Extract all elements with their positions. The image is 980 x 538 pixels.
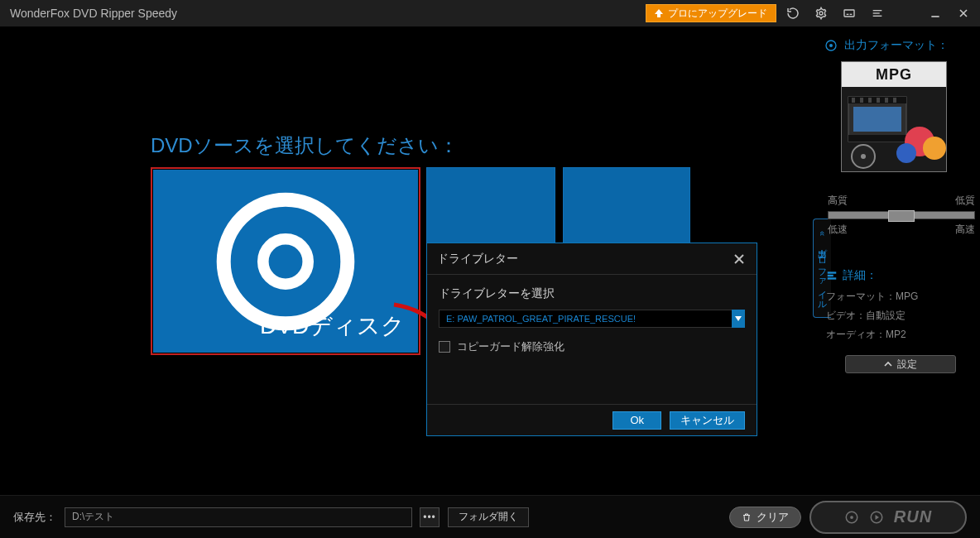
svg-point-36 — [850, 516, 853, 519]
chevron-up-icon — [884, 360, 892, 368]
upgrade-arrow-icon — [655, 9, 663, 17]
svg-rect-33 — [828, 275, 833, 276]
quality-slider[interactable] — [828, 211, 975, 219]
drive-select[interactable]: E: PAW_PATROL_GREAT_PIRATE_RESCUE! — [439, 310, 745, 328]
open-folder-button[interactable]: フォルダ開く — [448, 507, 529, 527]
output-format-art — [842, 87, 946, 171]
tile-dvd-label: DVDディスク — [260, 310, 419, 342]
output-format-icon — [824, 39, 838, 52]
svg-rect-24 — [885, 98, 888, 103]
svg-rect-1 — [844, 10, 854, 17]
copyguard-checkbox[interactable] — [439, 341, 450, 353]
detail-audio: オーディオ：MP2 — [826, 328, 980, 342]
drive-select-value: E: PAW_PATROL_GREAT_PIRATE_RESCUE! — [446, 314, 636, 324]
run-button[interactable]: RUN — [809, 501, 967, 534]
source-iso-tile[interactable] — [426, 167, 555, 254]
settings-gear-icon[interactable] — [809, 2, 833, 25]
app-title: WonderFox DVD Ripper Speedy — [5, 7, 177, 20]
output-panel: 出力フォーマット： MPG — [821, 26, 980, 495]
dialog-cancel-button[interactable]: キャンセル — [670, 411, 745, 430]
main-area: DVDソースを選択してください： DVDディスク ドライブレター ド — [0, 26, 821, 495]
dialog-close-icon[interactable] — [732, 252, 747, 267]
svg-point-15 — [829, 44, 833, 47]
svg-rect-19 — [848, 135, 906, 142]
bottom-bar: 保存先： D:\テスト ••• フォルダ開く クリア RUN — [0, 495, 980, 538]
browse-path-button[interactable]: ••• — [420, 507, 440, 527]
svg-rect-25 — [893, 98, 896, 103]
detail-format: フォーマット：MPG — [826, 290, 980, 304]
svg-rect-34 — [828, 277, 837, 279]
svg-point-10 — [223, 199, 348, 324]
minimize-icon[interactable] — [924, 2, 947, 25]
refresh-icon[interactable] — [781, 2, 805, 25]
details-header: 詳細： — [826, 268, 980, 283]
svg-point-11 — [263, 238, 308, 283]
svg-rect-23 — [877, 98, 880, 103]
quality-slider-thumb[interactable] — [888, 210, 915, 222]
svg-rect-21 — [860, 98, 863, 103]
source-dvd-disc-tile[interactable]: DVDディスク — [151, 167, 420, 355]
source-headline: DVDソースを選択してください： — [151, 132, 459, 159]
run-arrow-icon — [869, 510, 884, 525]
run-disc-icon — [844, 510, 859, 525]
detail-video: ビデオ：自動設定 — [826, 309, 980, 323]
menu-icon[interactable] — [866, 2, 889, 25]
svg-point-0 — [819, 12, 823, 15]
upgrade-label: プロにアップグレード — [668, 7, 767, 21]
settings-button[interactable]: 設定 — [845, 355, 956, 373]
source-folder-tile[interactable] — [563, 167, 690, 254]
quality-slider-block: 高質低質 低速高速 — [828, 194, 975, 237]
subtitle-icon[interactable] — [838, 2, 861, 25]
output-format-card[interactable]: MPG — [841, 61, 947, 172]
svg-point-29 — [896, 143, 916, 163]
svg-rect-26 — [853, 107, 901, 132]
output-path-field[interactable]: D:\テスト — [65, 507, 412, 527]
svg-rect-20 — [852, 98, 855, 103]
title-bar: WonderFox DVD Ripper Speedy プロにアップグレード — [0, 0, 980, 26]
output-format-title: 出力フォーマット： — [821, 26, 980, 53]
upgrade-button[interactable]: プロにアップグレード — [646, 4, 776, 22]
svg-rect-32 — [828, 271, 837, 273]
dialog-ok-button[interactable]: Ok — [612, 411, 661, 430]
svg-point-28 — [923, 137, 946, 160]
dialog-prompt: ドライブレターを選択 — [439, 286, 745, 301]
drive-letter-dialog: ドライブレター ドライブレターを選択 E: PAW_PATROL_GREAT_P… — [426, 243, 757, 436]
svg-point-31 — [861, 154, 866, 159]
save-to-label: 保存先： — [13, 510, 56, 525]
svg-rect-22 — [868, 98, 872, 103]
details-icon — [826, 270, 838, 281]
dialog-title: ドライブレター — [437, 252, 518, 267]
output-format-name: MPG — [842, 62, 946, 87]
copyguard-label: コピーガード解除強化 — [457, 339, 564, 354]
clear-button[interactable]: クリア — [729, 507, 801, 528]
drive-select-caret-icon[interactable] — [732, 310, 745, 328]
clear-icon — [742, 512, 752, 522]
close-icon[interactable] — [952, 2, 975, 25]
